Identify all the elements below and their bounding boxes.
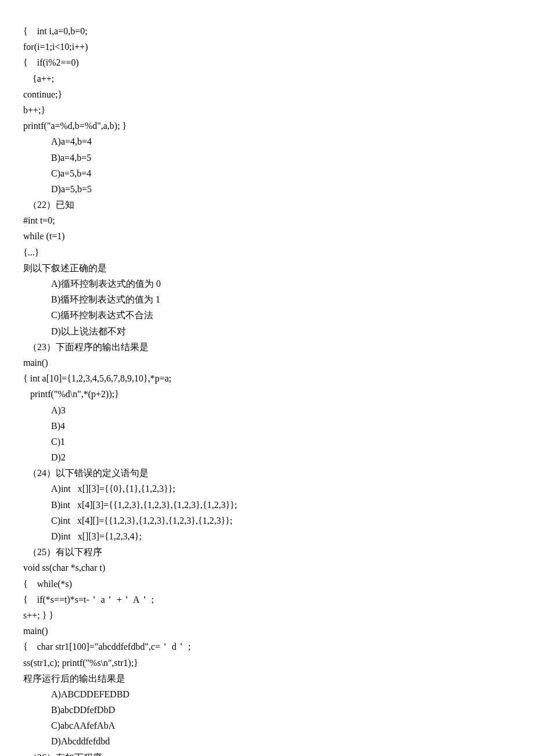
- text-line: 程序运行后的输出结果是: [23, 671, 511, 686]
- answer-option: C)abcAAfefAbA: [23, 718, 511, 733]
- text-line: { if(*s==t)*s=t-＇ a＇ +＇ A＇ ;: [23, 592, 511, 607]
- text-line: （23）下面程序的输出结果是: [23, 339, 511, 355]
- document-content: { int i,a=0,b=0;for(i=1;i<10;i++){ if(i%…: [23, 23, 511, 756]
- text-line: { while(*s): [23, 576, 511, 592]
- text-line: for(i=1;i<10;i++): [23, 39, 511, 55]
- text-line: s++; } }: [23, 607, 511, 623]
- answer-option: A)循环控制表达式的值为 0: [23, 276, 511, 291]
- text-line: { int a[10]={1,2,3,4,5,6,7,8,9,10},*p=a;: [23, 370, 511, 386]
- answer-option: D)a=5,b=5: [23, 181, 511, 197]
- text-line: （25）有以下程序: [23, 544, 511, 560]
- text-line: {a++;: [23, 71, 511, 87]
- text-line: while (t=1): [23, 228, 511, 244]
- answer-option: B)int x[4][3]={{1,2,3},{1,2,3},{1,2,3},{…: [23, 497, 511, 513]
- answer-option: D)2: [23, 449, 511, 465]
- text-line: 则以下叙述正确的是: [23, 260, 511, 276]
- text-line: { char str1[100]="abcddfefdbd",c=＇ d＇ ;: [23, 639, 511, 654]
- text-line: #int t=0;: [23, 213, 511, 228]
- text-line: main(): [23, 355, 511, 370]
- text-line: main(): [23, 623, 511, 639]
- answer-option: B)abcDDfefDbD: [23, 702, 511, 718]
- text-line: （26）有如下程序: [23, 750, 511, 756]
- text-line: {...}: [23, 244, 511, 260]
- answer-option: A)3: [23, 402, 511, 418]
- text-line: void ss(char *s,char t): [23, 560, 511, 575]
- text-line: { int i,a=0,b=0;: [23, 23, 511, 39]
- text-line: （22）已知: [23, 197, 511, 213]
- answer-option: D)Abcddfefdbd: [23, 733, 511, 749]
- text-line: b++;}: [23, 102, 511, 118]
- answer-option: C)int x[4][]={{1,2,3},{1,2,3},{1,2,3},{1…: [23, 513, 511, 528]
- answer-option: A)ABCDDEFEDBD: [23, 686, 511, 702]
- answer-option: C)1: [23, 434, 511, 449]
- text-line: ss(str1,c); printf("%s\n",str1);}: [23, 655, 511, 671]
- answer-option: A)a=4,b=4: [23, 134, 511, 149]
- answer-option: B)循环控制表达式的值为 1: [23, 291, 511, 307]
- text-line: （24）以下错误的定义语句是: [23, 465, 511, 481]
- text-line: continue;}: [23, 87, 511, 102]
- answer-option: D)以上说法都不对: [23, 323, 511, 339]
- answer-option: C)a=5,b=4: [23, 165, 511, 181]
- answer-option: B)a=4,b=5: [23, 150, 511, 165]
- text-line: { if(i%2==0): [23, 55, 511, 70]
- text-line: printf("%d\n",*(p+2));}: [23, 386, 511, 402]
- answer-option: C)循环控制表达式不合法: [23, 307, 511, 323]
- text-line: printf("a=%d,b=%d",a,b); }: [23, 118, 511, 134]
- answer-option: D)int x[][3]={1,2,3,4};: [23, 528, 511, 544]
- answer-option: B)4: [23, 418, 511, 434]
- answer-option: A)int x[][3]={{0},{1},{1,2,3}};: [23, 481, 511, 496]
